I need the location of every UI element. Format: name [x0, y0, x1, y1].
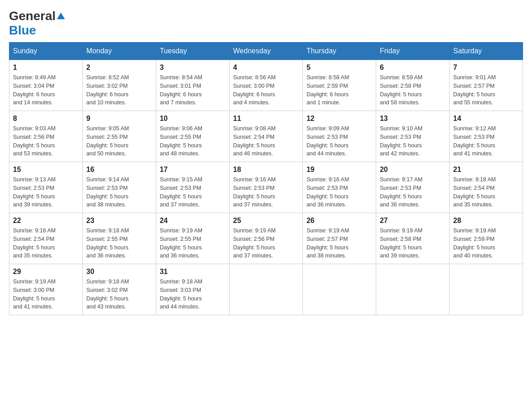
- calendar-header-monday: Monday: [82, 43, 156, 60]
- day-number: 30: [86, 268, 152, 276]
- day-info: Sunrise: 8:52 AMSunset: 3:02 PMDaylight:…: [86, 73, 152, 107]
- day-number: 14: [453, 115, 519, 123]
- day-info: Sunrise: 9:18 AMSunset: 2:54 PMDaylight:…: [453, 176, 519, 209]
- day-info: Sunrise: 9:17 AMSunset: 2:53 PMDaylight:…: [380, 176, 446, 209]
- calendar-cell: 8 Sunrise: 9:03 AMSunset: 2:56 PMDayligh…: [9, 111, 83, 162]
- calendar-header-friday: Friday: [376, 43, 450, 60]
- day-number: 1: [13, 64, 79, 72]
- calendar-cell: 9 Sunrise: 9:05 AMSunset: 2:55 PMDayligh…: [82, 111, 156, 162]
- day-number: 12: [306, 115, 372, 123]
- calendar-cell: [303, 264, 376, 315]
- day-info: Sunrise: 8:56 AMSunset: 3:00 PMDaylight:…: [233, 73, 299, 107]
- day-number: 8: [13, 115, 79, 123]
- calendar-cell: 23 Sunrise: 9:18 AMSunset: 2:55 PMDaylig…: [82, 213, 156, 264]
- calendar-cell: 21 Sunrise: 9:18 AMSunset: 2:54 PMDaylig…: [450, 162, 523, 213]
- day-number: 26: [306, 217, 372, 225]
- day-info: Sunrise: 9:05 AMSunset: 2:55 PMDaylight:…: [86, 124, 152, 158]
- day-number: 31: [160, 268, 226, 276]
- day-info: Sunrise: 9:06 AMSunset: 2:55 PMDaylight:…: [160, 124, 226, 158]
- day-number: 7: [453, 64, 519, 72]
- calendar-cell: 28 Sunrise: 9:19 AMSunset: 2:59 PMDaylig…: [450, 213, 523, 264]
- calendar-week-row: 22 Sunrise: 9:18 AMSunset: 2:54 PMDaylig…: [9, 213, 523, 264]
- day-number: 6: [380, 64, 446, 72]
- calendar-week-row: 1 Sunrise: 8:49 AMSunset: 3:04 PMDayligh…: [9, 60, 523, 111]
- day-number: 27: [380, 217, 446, 225]
- day-info: Sunrise: 9:13 AMSunset: 2:53 PMDaylight:…: [13, 176, 79, 209]
- calendar-table: SundayMondayTuesdayWednesdayThursdayFrid…: [9, 42, 523, 315]
- calendar-cell: [229, 264, 303, 315]
- calendar-cell: 24 Sunrise: 9:19 AMSunset: 2:55 PMDaylig…: [156, 213, 229, 264]
- day-info: Sunrise: 9:10 AMSunset: 2:53 PMDaylight:…: [380, 124, 446, 158]
- day-info: Sunrise: 9:18 AMSunset: 3:03 PMDaylight:…: [160, 278, 226, 311]
- day-info: Sunrise: 9:19 AMSunset: 2:57 PMDaylight:…: [306, 227, 372, 260]
- calendar-cell: [376, 264, 450, 315]
- day-number: 9: [86, 115, 152, 123]
- day-number: 24: [160, 217, 226, 225]
- day-info: Sunrise: 9:19 AMSunset: 2:56 PMDaylight:…: [233, 227, 299, 260]
- calendar-cell: 25 Sunrise: 9:19 AMSunset: 2:56 PMDaylig…: [229, 213, 303, 264]
- calendar-cell: 2 Sunrise: 8:52 AMSunset: 3:02 PMDayligh…: [82, 60, 156, 111]
- calendar-header-row: SundayMondayTuesdayWednesdayThursdayFrid…: [9, 43, 523, 60]
- calendar-cell: 10 Sunrise: 9:06 AMSunset: 2:55 PMDaylig…: [156, 111, 229, 162]
- calendar-cell: 17 Sunrise: 9:15 AMSunset: 2:53 PMDaylig…: [156, 162, 229, 213]
- day-number: 5: [306, 64, 372, 72]
- header: General Blue: [9, 9, 523, 38]
- logo: General Blue: [9, 9, 65, 38]
- calendar-cell: 29 Sunrise: 9:19 AMSunset: 3:00 PMDaylig…: [9, 264, 83, 315]
- calendar-cell: 26 Sunrise: 9:19 AMSunset: 2:57 PMDaylig…: [303, 213, 376, 264]
- calendar-cell: 22 Sunrise: 9:18 AMSunset: 2:54 PMDaylig…: [9, 213, 83, 264]
- logo-triangle-icon: [57, 13, 65, 19]
- day-info: Sunrise: 9:09 AMSunset: 2:53 PMDaylight:…: [306, 124, 372, 158]
- day-number: 29: [13, 268, 79, 276]
- day-info: Sunrise: 9:19 AMSunset: 2:55 PMDaylight:…: [160, 227, 226, 260]
- day-number: 2: [86, 64, 152, 72]
- day-info: Sunrise: 9:01 AMSunset: 2:57 PMDaylight:…: [453, 73, 519, 107]
- calendar-week-row: 29 Sunrise: 9:19 AMSunset: 3:00 PMDaylig…: [9, 264, 523, 315]
- calendar-cell: 11 Sunrise: 9:08 AMSunset: 2:54 PMDaylig…: [229, 111, 303, 162]
- day-info: Sunrise: 9:18 AMSunset: 2:54 PMDaylight:…: [13, 227, 79, 260]
- day-number: 22: [13, 217, 79, 225]
- day-info: Sunrise: 8:59 AMSunset: 2:58 PMDaylight:…: [380, 73, 446, 107]
- calendar-cell: 12 Sunrise: 9:09 AMSunset: 2:53 PMDaylig…: [303, 111, 376, 162]
- calendar-header-tuesday: Tuesday: [156, 43, 229, 60]
- day-number: 28: [453, 217, 519, 225]
- day-number: 13: [380, 115, 446, 123]
- calendar-header-thursday: Thursday: [303, 43, 376, 60]
- day-info: Sunrise: 9:19 AMSunset: 2:58 PMDaylight:…: [380, 227, 446, 260]
- calendar-week-row: 15 Sunrise: 9:13 AMSunset: 2:53 PMDaylig…: [9, 162, 523, 213]
- day-number: 10: [160, 115, 226, 123]
- day-number: 21: [453, 166, 519, 174]
- calendar-cell: 6 Sunrise: 8:59 AMSunset: 2:58 PMDayligh…: [376, 60, 450, 111]
- calendar-cell: 15 Sunrise: 9:13 AMSunset: 2:53 PMDaylig…: [9, 162, 83, 213]
- day-number: 15: [13, 166, 79, 174]
- calendar-cell: 1 Sunrise: 8:49 AMSunset: 3:04 PMDayligh…: [9, 60, 83, 111]
- day-info: Sunrise: 9:19 AMSunset: 3:00 PMDaylight:…: [13, 278, 79, 311]
- day-info: Sunrise: 9:14 AMSunset: 2:53 PMDaylight:…: [86, 176, 152, 209]
- calendar-cell: 4 Sunrise: 8:56 AMSunset: 3:00 PMDayligh…: [229, 60, 303, 111]
- day-number: 25: [233, 217, 299, 225]
- calendar-cell: 19 Sunrise: 9:16 AMSunset: 2:53 PMDaylig…: [303, 162, 376, 213]
- calendar-cell: 27 Sunrise: 9:19 AMSunset: 2:58 PMDaylig…: [376, 213, 450, 264]
- calendar-cell: 14 Sunrise: 9:12 AMSunset: 2:53 PMDaylig…: [450, 111, 523, 162]
- calendar-header-wednesday: Wednesday: [229, 43, 303, 60]
- calendar-week-row: 8 Sunrise: 9:03 AMSunset: 2:56 PMDayligh…: [9, 111, 523, 162]
- day-info: Sunrise: 9:03 AMSunset: 2:56 PMDaylight:…: [13, 124, 79, 158]
- day-info: Sunrise: 9:18 AMSunset: 3:02 PMDaylight:…: [86, 278, 152, 311]
- calendar-cell: 13 Sunrise: 9:10 AMSunset: 2:53 PMDaylig…: [376, 111, 450, 162]
- day-number: 3: [160, 64, 226, 72]
- logo-general-text: General: [9, 9, 56, 23]
- calendar-cell: 30 Sunrise: 9:18 AMSunset: 3:02 PMDaylig…: [82, 264, 156, 315]
- logo-blue-text: Blue: [9, 23, 36, 37]
- day-number: 18: [233, 166, 299, 174]
- day-number: 4: [233, 64, 299, 72]
- day-info: Sunrise: 9:19 AMSunset: 2:59 PMDaylight:…: [453, 227, 519, 260]
- calendar-cell: 16 Sunrise: 9:14 AMSunset: 2:53 PMDaylig…: [82, 162, 156, 213]
- day-info: Sunrise: 9:16 AMSunset: 2:53 PMDaylight:…: [233, 176, 299, 209]
- calendar-cell: 5 Sunrise: 8:58 AMSunset: 2:59 PMDayligh…: [303, 60, 376, 111]
- day-number: 20: [380, 166, 446, 174]
- day-info: Sunrise: 8:49 AMSunset: 3:04 PMDaylight:…: [13, 73, 79, 107]
- day-number: 11: [233, 115, 299, 123]
- day-info: Sunrise: 9:16 AMSunset: 2:53 PMDaylight:…: [306, 176, 372, 209]
- calendar-cell: 18 Sunrise: 9:16 AMSunset: 2:53 PMDaylig…: [229, 162, 303, 213]
- calendar-header-sunday: Sunday: [9, 43, 83, 60]
